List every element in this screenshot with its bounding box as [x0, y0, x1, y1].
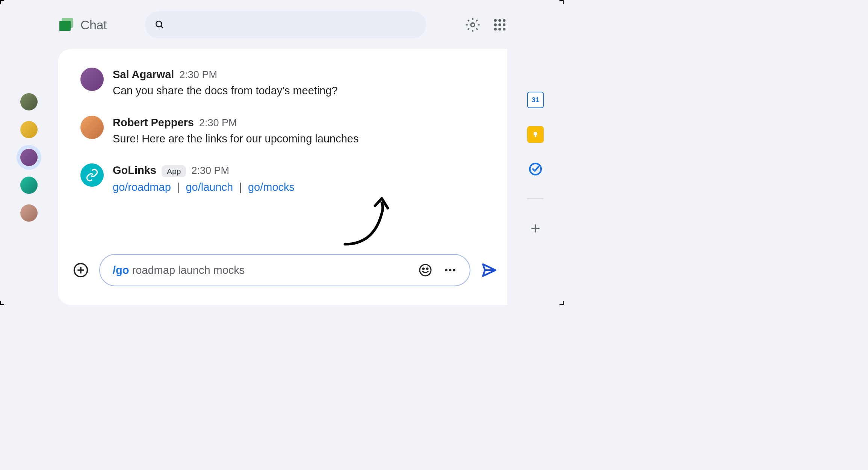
- svg-point-5: [494, 19, 497, 22]
- message-time: 2:30 PM: [191, 165, 229, 177]
- svg-point-21: [449, 269, 452, 272]
- svg-point-17: [420, 264, 431, 276]
- search-icon: [155, 20, 165, 30]
- message-author: Robert Peppers: [113, 116, 194, 129]
- message-composer[interactable]: /go roadmap launch mocks: [99, 254, 470, 286]
- svg-point-22: [453, 269, 455, 272]
- svg-line-3: [161, 26, 163, 28]
- chat-message: Sal Agarwal 2:30 PM Can you share the do…: [80, 68, 486, 98]
- conversation-avatar[interactable]: [20, 204, 38, 222]
- search-input[interactable]: [145, 11, 426, 38]
- go-link[interactable]: go/mocks: [248, 181, 295, 193]
- add-panel-button[interactable]: [527, 220, 544, 237]
- conversation-avatar[interactable]: [20, 93, 38, 110]
- svg-point-7: [503, 19, 505, 22]
- message-avatar[interactable]: [80, 68, 104, 91]
- side-panel-rail: [507, 39, 564, 305]
- tasks-icon[interactable]: [527, 161, 544, 177]
- app-logo[interactable]: Chat: [58, 17, 107, 33]
- svg-point-24: [534, 132, 537, 136]
- app-badge: App: [162, 165, 186, 177]
- svg-point-4: [471, 23, 475, 27]
- rail-divider: [527, 198, 544, 199]
- app-name: Chat: [80, 18, 107, 32]
- svg-point-20: [445, 269, 448, 272]
- settings-button[interactable]: [465, 17, 480, 32]
- svg-point-12: [498, 28, 501, 30]
- svg-point-8: [494, 23, 497, 26]
- chat-logo-icon: [58, 17, 74, 33]
- message-avatar[interactable]: [80, 116, 104, 139]
- message-time: 2:30 PM: [199, 117, 237, 129]
- keep-icon[interactable]: [527, 126, 544, 143]
- golinks-avatar[interactable]: [80, 163, 104, 187]
- composer-args: roadmap launch mocks: [129, 264, 245, 276]
- chat-panel: Sal Agarwal 2:30 PM Can you share the do…: [58, 49, 507, 305]
- svg-point-11: [494, 28, 497, 30]
- composer-command: /go: [113, 264, 129, 276]
- svg-point-2: [156, 21, 162, 27]
- svg-point-18: [423, 268, 424, 269]
- svg-point-9: [498, 23, 501, 26]
- go-link[interactable]: go/launch: [186, 181, 233, 193]
- add-attachment-button[interactable]: [73, 262, 89, 278]
- message-text: Sure! Here are the links for our upcomin…: [113, 131, 486, 147]
- composer-row: /go roadmap launch mocks: [73, 254, 497, 286]
- conversation-rail: [0, 39, 58, 305]
- app-header: Chat: [0, 0, 564, 39]
- message-links: go/roadmap | go/launch | go/mocks: [113, 180, 486, 195]
- message-author: GoLinks: [113, 164, 156, 177]
- message-time: 2:30 PM: [179, 69, 217, 81]
- link-separator: |: [239, 181, 242, 193]
- message-text: Can you share the docs from today's meet…: [113, 83, 486, 98]
- svg-point-6: [498, 19, 501, 22]
- chat-message: Robert Peppers 2:30 PM Sure! Here are th…: [80, 116, 486, 147]
- svg-point-19: [426, 268, 428, 269]
- emoji-button[interactable]: [419, 263, 432, 277]
- go-link[interactable]: go/roadmap: [113, 181, 171, 193]
- conversation-avatar-active[interactable]: [20, 149, 38, 166]
- svg-point-13: [503, 28, 505, 30]
- apps-menu-button[interactable]: [492, 17, 507, 32]
- annotation-arrow: [337, 195, 398, 248]
- composer-text: /go roadmap launch mocks: [113, 264, 414, 277]
- more-options-button[interactable]: [443, 263, 457, 277]
- svg-rect-25: [535, 135, 536, 137]
- svg-point-10: [503, 23, 505, 26]
- conversation-avatar[interactable]: [20, 177, 38, 194]
- send-button[interactable]: [481, 262, 497, 278]
- message-author: Sal Agarwal: [113, 68, 174, 81]
- conversation-avatar[interactable]: [20, 121, 38, 138]
- calendar-icon[interactable]: [527, 92, 544, 108]
- chat-message-app: GoLinks App 2:30 PM go/roadmap | go/laun…: [80, 163, 486, 195]
- link-separator: |: [177, 181, 180, 193]
